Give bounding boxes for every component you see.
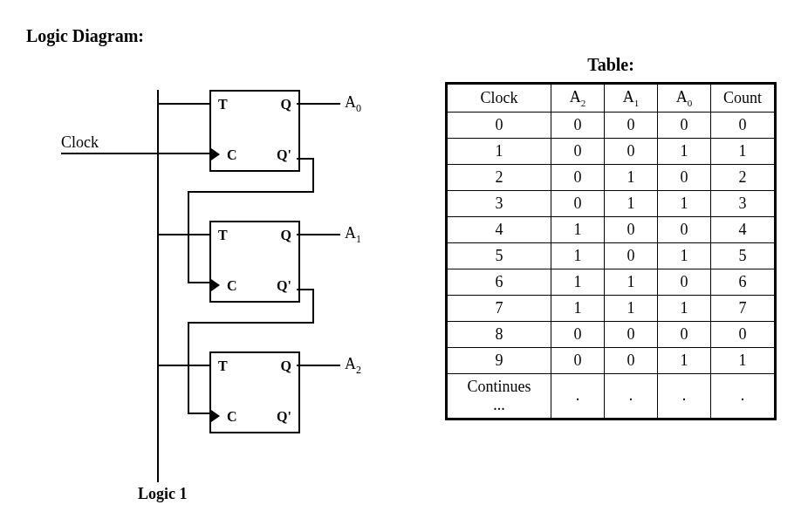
ff0-pin-Qn: Q'	[277, 147, 291, 163]
logic1-label: Logic 1	[138, 485, 188, 503]
table-cell: 7	[711, 295, 776, 321]
table-cell: 0	[605, 347, 658, 373]
table-cell: 5	[711, 242, 776, 269]
table-cell: 0	[551, 138, 605, 164]
diagram-heading: Logic Diagram:	[26, 26, 782, 46]
table-row: 20102	[447, 164, 776, 190]
table-cell: Continues...	[447, 373, 551, 419]
wire-qn1-c	[188, 322, 314, 324]
table-cell: 0	[658, 321, 711, 347]
wire-t0	[157, 103, 209, 105]
wire-clock-in	[61, 153, 209, 154]
wire-q1-out	[297, 234, 340, 235]
table-cell: 1	[658, 295, 711, 321]
table-cell: 1	[605, 190, 658, 216]
th-a0: A0	[658, 84, 711, 113]
table-cell: 0	[605, 321, 658, 347]
wire-qn1-d	[188, 322, 189, 414]
table-row: 71117	[447, 295, 776, 321]
wire-qn0-b	[312, 158, 314, 193]
wire-qn1-e	[188, 413, 209, 414]
table-row: 61106	[447, 269, 776, 295]
flipflop-0: T Q C Q'	[209, 90, 300, 172]
table-row: 90011	[447, 347, 776, 373]
ff1-pin-Q: Q	[281, 228, 291, 243]
ff2-pin-C: C	[227, 409, 237, 425]
table-cell: 1	[551, 216, 605, 242]
table-cell: 5	[447, 242, 551, 269]
table-cell: 1	[658, 138, 711, 164]
table-cell: 0	[658, 112, 711, 138]
table-cell: 0	[551, 321, 605, 347]
page-layout: Clock Logic 1 T Q C Q' A0 T Q C	[26, 55, 782, 500]
table-cell: 1	[605, 269, 658, 295]
table-cell: 9	[447, 347, 551, 373]
output-A0-sub: 0	[356, 102, 361, 114]
output-A2: A2	[345, 355, 361, 377]
wire-qn0-d	[188, 191, 189, 283]
table-cell: 0	[658, 164, 711, 190]
wire-qn0-e	[188, 282, 209, 283]
ff0-pin-Q: Q	[281, 97, 291, 113]
table-cell: 1	[711, 138, 776, 164]
table-head: Clock A2 A1 A0 Count	[447, 84, 776, 113]
table-cell: 1	[605, 164, 658, 190]
table-cell: 1	[658, 190, 711, 216]
table-cell: 1	[551, 269, 605, 295]
table-cell: 0	[551, 347, 605, 373]
table-row: 51015	[447, 242, 776, 269]
table-cell: 0	[551, 164, 605, 190]
table-row: 10011	[447, 138, 776, 164]
wire-t1	[157, 234, 209, 235]
table-cell: .	[551, 373, 605, 419]
table-cell: 2	[447, 164, 551, 190]
ff0-pin-C: C	[227, 147, 237, 163]
clock-label: Clock	[61, 133, 99, 152]
table-cell: .	[711, 373, 776, 419]
truth-table: Clock A2 A1 A0 Count 0000010011201023011…	[445, 82, 777, 420]
table-row: Continues.......	[447, 373, 776, 419]
th-clock: Clock	[447, 84, 551, 113]
table-cell: 1	[711, 347, 776, 373]
output-A2-base: A	[345, 355, 356, 372]
table-cell: 0	[605, 138, 658, 164]
table-row: 00000	[447, 112, 776, 138]
table-cell: .	[658, 373, 711, 419]
table-row: 30113	[447, 190, 776, 216]
ff2-pin-Q: Q	[281, 358, 291, 374]
table-cell: 0	[447, 112, 551, 138]
logic-diagram: Clock Logic 1 T Q C Q' A0 T Q C	[26, 55, 393, 500]
table-cell: 0	[711, 112, 776, 138]
wire-qn1-b	[312, 289, 314, 324]
ff2-pin-T: T	[218, 358, 228, 374]
wire-logic1-bus	[157, 90, 159, 482]
table-cell: 7	[447, 295, 551, 321]
table-cell: 0	[605, 216, 658, 242]
table-cell: 0	[711, 321, 776, 347]
truth-table-block: Table: Clock A2 A1 A0 Count 000001001120…	[445, 55, 777, 420]
ff1-pin-Qn: Q'	[277, 278, 291, 294]
wire-t2	[157, 365, 209, 366]
table-cell: 0	[658, 269, 711, 295]
output-A1-sub: 1	[356, 233, 361, 245]
table-cell: 6	[711, 269, 776, 295]
output-A0-base: A	[345, 93, 356, 111]
wire-qn0-a	[297, 158, 314, 160]
table-cell: 6	[447, 269, 551, 295]
table-cell: 1	[658, 242, 711, 269]
th-a2: A2	[551, 84, 605, 113]
wire-q0-out	[297, 103, 340, 105]
output-A1: A1	[345, 224, 361, 246]
table-row: 41004	[447, 216, 776, 242]
th-a1: A1	[605, 84, 658, 113]
table-cell: 0	[551, 190, 605, 216]
ff2-pin-Qn: Q'	[277, 409, 291, 425]
ff0-clock-triangle-icon	[211, 148, 220, 160]
ff2-clock-triangle-icon	[211, 410, 220, 422]
table-cell: 1	[551, 295, 605, 321]
table-cell: 1	[447, 138, 551, 164]
table-cell: 4	[447, 216, 551, 242]
table-cell: 1	[605, 295, 658, 321]
th-count: Count	[711, 84, 776, 113]
output-A0: A0	[345, 93, 361, 115]
